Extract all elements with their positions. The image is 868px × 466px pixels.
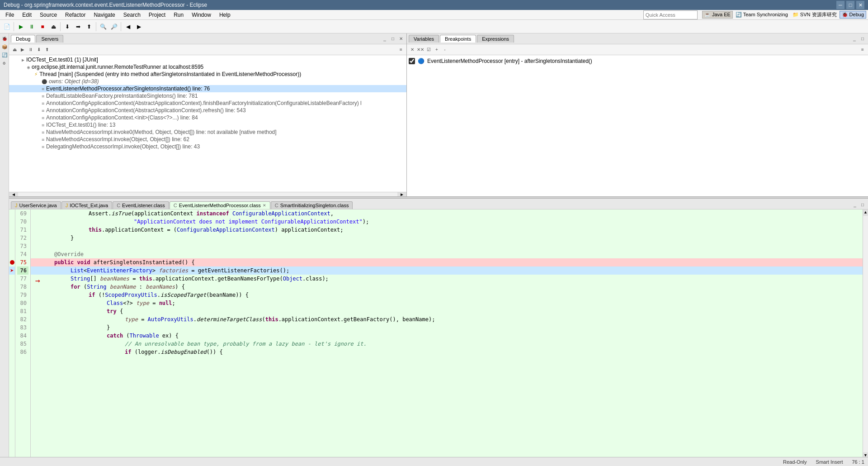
- code-line-72[interactable]: }: [31, 234, 863, 242]
- stack-item-frame-13[interactable]: ≡ IOCTest_Ext.test01() line: 13: [9, 121, 406, 128]
- code-line-81[interactable]: try {: [31, 307, 863, 315]
- toolbar-debug-stop[interactable]: ■: [38, 22, 47, 32]
- code-line-71[interactable]: this.applicationContext = (ConfigurableA…: [31, 226, 863, 234]
- code-line-76[interactable]: List<EventListenerFactory> factories = g…: [31, 266, 863, 275]
- tab-close-icon[interactable]: ✕: [263, 203, 266, 208]
- code-line-86[interactable]: if (logger.isDebugEnabled()) {: [31, 348, 863, 356]
- stack-item-thread[interactable]: ⚡ Thread [main] (Suspended (entry into m…: [9, 71, 406, 78]
- menu-run[interactable]: Run: [170, 11, 187, 19]
- bp-checkbox-0[interactable]: [409, 58, 415, 64]
- bp-toolbar-remove-all[interactable]: ✕✕: [417, 46, 424, 53]
- code-line-70[interactable]: "ApplicationContext does not implement C…: [31, 218, 863, 226]
- stack-item-frame-781[interactable]: ≡ DefaultListableBeanFactory.preInstanti…: [9, 92, 406, 100]
- quick-access-input[interactable]: [643, 10, 698, 19]
- stack-item-owns[interactable]: ⚫ owns: Object (id=38): [9, 78, 406, 85]
- editor-maximize[interactable]: □: [859, 201, 866, 208]
- debug-panel-maximize[interactable]: □: [389, 35, 396, 43]
- editor-tab-eventlistener[interactable]: C EventListener.class: [113, 201, 169, 209]
- sidebar-debug-icon[interactable]: 🐞: [1, 35, 8, 43]
- editor-tab-userservice[interactable]: J UserService.java: [11, 201, 61, 209]
- debug-scrollbar[interactable]: ◀ ▶: [9, 192, 406, 196]
- debug-tab-servers[interactable]: Servers: [36, 35, 63, 43]
- stack-item-frame-76[interactable]: ≡ EventListenerMethodProcessor.afterSing…: [9, 85, 406, 92]
- sidebar-sync-icon[interactable]: 🔄: [1, 52, 8, 59]
- maximize-button[interactable]: □: [846, 1, 854, 9]
- code-line-74[interactable]: @Override: [31, 250, 863, 258]
- sidebar-pkg-icon[interactable]: 📦: [1, 43, 8, 51]
- toolbar-step-into[interactable]: ⬇: [62, 22, 72, 32]
- perspective-team-sync[interactable]: 🔄 Team Synchronizing: [734, 11, 790, 18]
- debug-toolbar-btn5[interactable]: ⬆: [43, 46, 51, 53]
- minimize-button[interactable]: ─: [836, 1, 844, 9]
- stack-item-frame-62[interactable]: ≡ NativeMethodAccessorImpl.invoke(Object…: [9, 136, 406, 143]
- menu-file[interactable]: File: [2, 11, 18, 19]
- editor-tab-eventlistenermethodprocessor[interactable]: C EventListenerMethodProcessor.class ✕: [170, 201, 270, 209]
- menu-help[interactable]: Help: [216, 11, 234, 19]
- debug-panel-minimize[interactable]: _: [381, 35, 388, 43]
- code-line-73[interactable]: [31, 242, 863, 250]
- bp-item-0[interactable]: 🔵 EventListenerMethodProcessor [entry] -…: [409, 57, 866, 65]
- bp-toolbar-expand[interactable]: +: [433, 46, 440, 53]
- code-line-78[interactable]: for (String beanName : beanNames) {: [31, 283, 863, 291]
- code-line-75[interactable]: public void afterSingletonsInstantiated(…: [31, 258, 863, 266]
- bp-toolbar-collapse[interactable]: -: [441, 46, 448, 53]
- stack-item-frame-43[interactable]: ≡ DelegatingMethodAccessorImpl.invoke(Ob…: [9, 143, 406, 150]
- stack-item-frame-84[interactable]: ≡ AnnotationConfigApplicationContext.<in…: [9, 114, 406, 121]
- toolbar-search[interactable]: 🔎: [109, 22, 119, 32]
- stack-item-junit[interactable]: ▶ IOCTest_Ext.test01 (1) [JUnit]: [9, 56, 406, 63]
- stack-item-frame-543[interactable]: ≡ AnnotationConfigApplicationContext(Abs…: [9, 107, 406, 114]
- toolbar-new[interactable]: 📄: [2, 22, 12, 32]
- bp-panel-minimize[interactable]: _: [851, 35, 858, 43]
- toolbar-open-type[interactable]: 🔍: [98, 22, 108, 32]
- editor-tab-smartinitialing[interactable]: C SmartInitializingSingleton.class: [271, 201, 353, 209]
- toolbar-debug-suspend[interactable]: ⏸: [27, 22, 37, 32]
- code-line-77[interactable]: → String[] beanNames = this.applicationC…: [31, 275, 863, 283]
- toolbar-next[interactable]: ▶: [134, 22, 144, 32]
- editor-tab-ioctest[interactable]: J IOCTest_Ext.java: [61, 201, 112, 209]
- bp-toolbar-view[interactable]: ≡: [859, 46, 866, 53]
- bp-toolbar-show-supported[interactable]: ☑: [425, 46, 432, 53]
- window-controls[interactable]: ─ □ ✕: [836, 1, 864, 9]
- stack-trace[interactable]: ▶ IOCTest_Ext.test01 (1) [JUnit] ◉ org.e…: [9, 55, 406, 192]
- sidebar-extra-icon[interactable]: ⚙: [1, 60, 8, 67]
- debug-toolbar-btn4[interactable]: ⬇: [35, 46, 42, 53]
- editor-minimize[interactable]: _: [851, 201, 859, 208]
- menu-source[interactable]: Source: [36, 11, 61, 19]
- debug-toolbar-view[interactable]: ≡: [397, 46, 405, 53]
- debug-toolbar-btn2[interactable]: ▶: [19, 46, 26, 53]
- debug-toolbar-btn1[interactable]: ⏏: [11, 46, 18, 53]
- code-line-83[interactable]: }: [31, 323, 863, 332]
- toolbar-step-return[interactable]: ⬆: [84, 22, 94, 32]
- editor-right-scrollbar[interactable]: ▲ ▼: [863, 209, 868, 459]
- bp-tab-breakpoints[interactable]: Breakpoints: [440, 35, 476, 43]
- debug-tab-debug[interactable]: Debug: [11, 35, 35, 43]
- menu-window[interactable]: Window: [188, 11, 215, 19]
- code-content[interactable]: Assert.isTrue(applicationContext instanc…: [31, 209, 863, 459]
- toolbar-step-over[interactable]: ➡: [73, 22, 83, 32]
- code-line-85[interactable]: // An unresolvable bean type, probably f…: [31, 340, 863, 348]
- bp-toolbar-remove[interactable]: ✕: [409, 46, 416, 53]
- debug-panel-close[interactable]: ✕: [397, 35, 405, 43]
- code-line-80[interactable]: Class<?> type = null;: [31, 299, 863, 307]
- code-line-84[interactable]: catch (Throwable ex) {: [31, 332, 863, 340]
- perspective-debug[interactable]: 🐞 Debug: [840, 11, 866, 19]
- toolbar-debug-run[interactable]: ▶: [16, 22, 26, 32]
- bp-panel-maximize[interactable]: □: [859, 35, 866, 43]
- code-line-69[interactable]: Assert.isTrue(applicationContext instanc…: [31, 209, 863, 218]
- perspective-java-ee[interactable]: ☕ Java EE: [702, 11, 733, 19]
- menu-navigate[interactable]: Navigate: [90, 11, 118, 19]
- menu-search[interactable]: Search: [120, 11, 144, 19]
- stack-item-frame-finish[interactable]: ≡ AnnotationConfigApplicationContext(Abs…: [9, 100, 406, 107]
- code-line-82[interactable]: type = AutoProxyUtils.determineTargetCla…: [31, 315, 863, 323]
- stack-item-frame-native[interactable]: ≡ NativeMethodAccessorImpl.invoke0(Metho…: [9, 128, 406, 136]
- close-button[interactable]: ✕: [856, 1, 864, 9]
- bp-tab-variables[interactable]: Variables: [409, 35, 439, 43]
- stack-item-remote-runner[interactable]: ◉ org.eclipse.jdt.internal.junit.runner.…: [9, 63, 406, 71]
- menu-edit[interactable]: Edit: [19, 11, 35, 19]
- menu-project[interactable]: Project: [145, 11, 169, 19]
- perspective-svn[interactable]: 📁 SVN 资源库研究: [791, 11, 839, 19]
- bp-tab-expressions[interactable]: Expressions: [477, 35, 514, 43]
- toolbar-debug-disconnect[interactable]: ⏏: [48, 22, 58, 32]
- code-line-79[interactable]: if (!ScopedProxyUtils.isScopedTarget(bea…: [31, 291, 863, 299]
- toolbar-prev[interactable]: ◀: [123, 22, 133, 32]
